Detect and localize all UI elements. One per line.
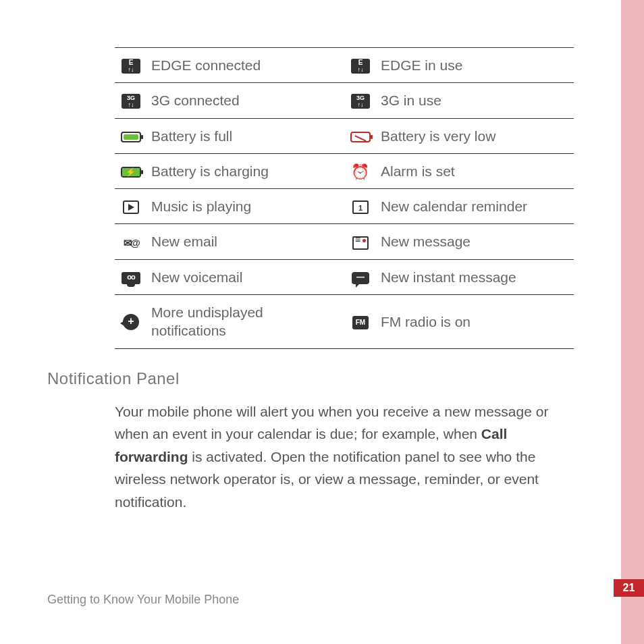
music-playing-icon xyxy=(123,200,139,214)
page-number-badge: 21 xyxy=(614,579,644,597)
icon-label: Alarm is set xyxy=(377,153,574,188)
icon-label: EDGE connected xyxy=(147,48,344,83)
calendar-reminder-icon xyxy=(352,200,369,214)
footer-chapter-label: Getting to Know Your Mobile Phone xyxy=(47,593,239,607)
icon-label: EDGE in use xyxy=(377,48,574,83)
section-heading: Notification Panel xyxy=(47,369,567,388)
side-tab xyxy=(621,0,644,644)
icon-label: New email xyxy=(147,224,344,259)
battery-charging-icon xyxy=(121,167,141,178)
icon-label: New message xyxy=(377,224,574,259)
icon-label: 3G in use xyxy=(377,83,574,118)
body-paragraph: Your mobile phone will alert you when yo… xyxy=(115,400,567,514)
table-row: Battery is full Battery is very low xyxy=(115,118,574,153)
icon-label: New instant message xyxy=(377,259,574,294)
new-instant-message-icon xyxy=(352,272,369,284)
table-row: New voicemail New instant message xyxy=(115,259,574,294)
table-row: Battery is charging Alarm is set xyxy=(115,153,574,188)
3g-connected-icon xyxy=(122,94,140,109)
icon-label: More undisplayed notifications xyxy=(147,295,344,349)
battery-very-low-icon xyxy=(350,132,371,142)
table-row: 3G connected 3G in use xyxy=(115,83,574,118)
icon-label: Battery is charging xyxy=(147,153,344,188)
new-voicemail-icon xyxy=(122,272,140,284)
new-email-icon xyxy=(121,235,141,250)
table-row: EDGE connected EDGE in use xyxy=(115,48,574,83)
alarm-set-icon xyxy=(351,165,370,180)
icon-legend-table: EDGE connected EDGE in use 3G connected … xyxy=(115,47,574,349)
table-row: New email New message xyxy=(115,224,574,259)
table-row: Music is playing New calendar reminder xyxy=(115,189,574,224)
icon-label: New calendar reminder xyxy=(377,189,574,224)
battery-full-icon xyxy=(121,132,141,142)
new-message-icon xyxy=(352,236,369,250)
table-row: More undisplayed notifications FM radio … xyxy=(115,295,574,349)
fm-radio-icon xyxy=(352,316,369,329)
page-content: EDGE connected EDGE in use 3G connected … xyxy=(0,0,608,514)
icon-label: 3G connected xyxy=(147,83,344,118)
edge-in-use-icon xyxy=(351,59,370,74)
icon-label: New voicemail xyxy=(147,259,344,294)
3g-in-use-icon xyxy=(351,94,370,109)
icon-label: Battery is very low xyxy=(377,118,574,153)
icon-label: FM radio is on xyxy=(377,295,574,349)
more-notifications-icon xyxy=(123,314,139,330)
icon-label: Music is playing xyxy=(147,189,344,224)
edge-connected-icon xyxy=(122,59,140,74)
icon-label: Battery is full xyxy=(147,118,344,153)
